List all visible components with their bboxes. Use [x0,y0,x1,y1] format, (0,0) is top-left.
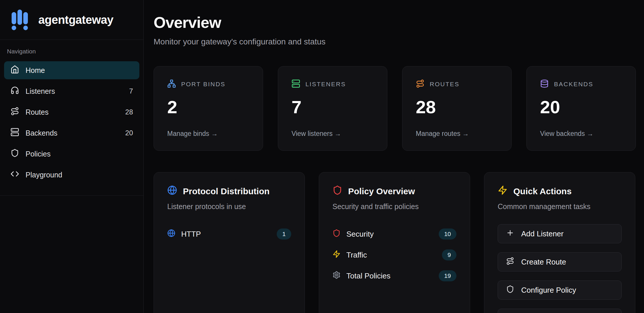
sidebar-item-label: Routes [26,108,48,116]
manage-routes-link[interactable]: Manage routes → [416,130,498,138]
globe-icon [167,229,175,239]
total-policies-count-badge: 19 [439,270,456,281]
manage-binds-link[interactable]: Manage binds → [167,130,249,138]
sidebar-item-label: Playground [26,171,62,179]
stat-label: BACKENDS [554,81,593,88]
route-icon [10,107,19,117]
sidebar-item-label: Policies [26,150,51,158]
traffic-count-badge: 9 [442,249,456,260]
zap-icon [498,185,508,197]
sidebar-item-policies[interactable]: Policies [4,145,139,163]
sidebar-item-playground[interactable]: Playground [4,166,139,184]
sidebar-item-backends[interactable]: Backends 20 [4,124,139,142]
globe-icon [167,185,177,197]
quick-action-button-partial[interactable] [498,309,622,313]
page-subtitle: Monitor your gateway's configuration and… [154,37,636,46]
row-label: Traffic [346,251,367,260]
view-listeners-link[interactable]: View listeners → [292,130,374,138]
sidebar-item-label: Backends [26,129,57,137]
shield-icon [332,185,342,197]
stat-card-listeners: LISTENERS 7 View listeners → [278,66,387,151]
agentgateway-logo-icon [8,8,32,32]
network-icon [167,79,176,89]
protocol-row-http: HTTP 1 [167,228,291,240]
row-label: Security [346,230,374,239]
overview-cards-row: Protocol Distribution Listener protocols… [154,172,636,313]
shield-icon [10,149,19,159]
brand-title: agentgateway [38,13,114,26]
main-content: Overview Monitor your gateway's configur… [144,0,644,313]
button-label: Create Route [521,258,566,267]
card-title: Quick Actions [513,186,572,196]
view-backends-link[interactable]: View backends → [540,130,622,138]
listeners-count-badge: 7 [129,87,133,95]
sidebar-item-home[interactable]: Home [4,61,139,79]
stat-value: 7 [292,97,374,117]
policy-row-traffic: Traffic 9 [332,249,456,261]
sidebar: agentgateway Navigation Home Listeners 7 [0,0,144,313]
plus-icon [506,229,514,239]
sidebar-item-routes[interactable]: Routes 28 [4,103,139,121]
sidebar-item-listeners[interactable]: Listeners 7 [4,82,139,100]
shield-icon [332,229,341,239]
stat-value: 28 [416,97,498,117]
server-icon [292,79,300,89]
policy-overview-card: Policy Overview Security and traffic pol… [319,172,470,313]
routes-count-badge: 28 [125,108,133,116]
create-route-button[interactable]: Create Route [498,252,622,271]
stat-label: ROUTES [430,81,460,88]
nav-section-label: Navigation [4,48,139,55]
stat-label: PORT BINDS [181,81,226,88]
row-label: HTTP [181,230,201,239]
stat-cards-row: PORT BINDS 2 Manage binds → LISTENERS 7 … [154,66,636,151]
button-label: Add Listener [521,229,564,238]
button-label: Configure Policy [521,286,576,295]
headphones-icon [10,86,19,96]
backends-count-badge: 20 [125,129,133,137]
configure-policy-button[interactable]: Configure Policy [498,280,622,300]
stat-label: LISTENERS [305,81,346,88]
sidebar-nav: Navigation Home Listeners 7 Routes [0,40,143,196]
stat-card-routes: ROUTES 28 Manage routes → [402,66,512,151]
card-title: Protocol Distribution [183,186,269,196]
protocol-distribution-card: Protocol Distribution Listener protocols… [154,172,305,313]
database-icon [540,79,549,89]
card-subtitle: Listener protocols in use [167,202,291,211]
route-icon [506,257,514,267]
sidebar-item-label: Listeners [26,87,55,96]
code-icon [10,170,19,180]
add-listener-button[interactable]: Add Listener [498,224,622,243]
shield-icon [506,285,514,295]
server-icon [10,128,19,138]
row-label: Total Policies [346,271,391,280]
stat-card-backends: BACKENDS 20 View backends → [526,66,636,151]
policy-row-security: Security 10 [332,228,456,240]
http-count-badge: 1 [277,229,291,240]
home-icon [10,65,19,75]
stat-value: 2 [167,97,249,117]
card-subtitle: Common management tasks [498,202,622,211]
zap-icon [332,250,341,260]
sidebar-item-label: Home [26,66,45,75]
stat-card-port-binds: PORT BINDS 2 Manage binds → [154,66,263,151]
card-subtitle: Security and traffic policies [332,202,456,211]
security-count-badge: 10 [439,229,456,240]
sidebar-header[interactable]: agentgateway [0,0,143,40]
page-title: Overview [154,13,636,31]
quick-actions-card: Quick Actions Common management tasks Ad… [484,172,635,313]
policy-row-total: Total Policies 19 [332,269,456,282]
gear-icon [332,271,341,281]
app-root: agentgateway Navigation Home Listeners 7 [0,0,644,313]
card-title: Policy Overview [348,186,415,196]
stat-value: 20 [540,97,622,117]
route-icon [416,79,424,89]
